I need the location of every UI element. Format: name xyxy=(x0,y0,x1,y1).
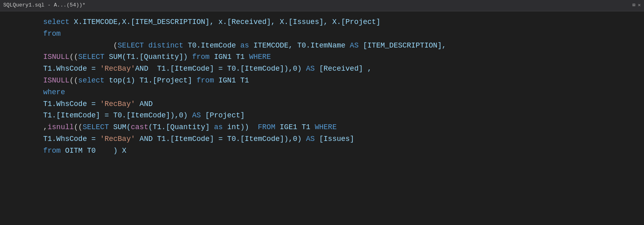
code-token xyxy=(144,41,148,50)
code-token: from xyxy=(43,147,60,155)
code-token: where xyxy=(43,88,65,96)
code-token xyxy=(8,30,43,38)
code-token: from xyxy=(43,30,60,38)
code-token: [Received] , xyxy=(315,65,371,73)
code-token: 'RecBay' xyxy=(100,65,135,73)
code-token xyxy=(8,53,43,61)
code-token: AS xyxy=(192,111,201,119)
code-line: T1.WhsCode = 'RecBay' AND T1.[ItemCode] … xyxy=(8,133,636,145)
code-token: [ITEM_DESCRIPTION], xyxy=(358,41,446,50)
code-token: AS xyxy=(306,65,315,73)
code-token: AND xyxy=(135,100,152,108)
code-token: WHERE xyxy=(315,123,337,131)
code-editor: select X.ITEMCODE,X.[ITEM_DESCRIPTION], … xyxy=(0,11,644,225)
code-token: , xyxy=(8,123,47,131)
code-token: T1.[ItemCode] = T0.[ItemCode]),0) xyxy=(43,111,192,119)
code-token: cast xyxy=(131,123,148,131)
close-icon[interactable]: ✕ xyxy=(638,2,641,9)
code-token: (( xyxy=(69,76,78,84)
code-line: T1.WhsCode = 'RecBay' AND xyxy=(8,98,636,110)
code-token: select xyxy=(78,76,105,84)
code-token xyxy=(8,65,43,73)
code-token: SUM( xyxy=(109,123,131,131)
code-token: T1.WhsCode = xyxy=(43,135,100,143)
code-token: ( xyxy=(8,41,118,50)
title-bar-text: SQLQuery1.sql - A...(54))* xyxy=(3,1,86,10)
code-line: (SELECT distinct T0.ItemCode as ITEMCODE… xyxy=(8,40,636,52)
code-line: ,isnull((SELECT SUM(cast(T1.[Quantity] a… xyxy=(8,121,636,133)
code-token: AND T1.[ItemCode] = T0.[ItemCode]),0) xyxy=(135,135,306,143)
code-token: ISNULL xyxy=(43,76,69,84)
code-token: select xyxy=(43,18,69,26)
code-token xyxy=(8,100,43,108)
code-token: ITEMCODE, T0.ItemName xyxy=(249,41,350,50)
code-token: 'RecBay' xyxy=(100,100,135,108)
code-token: as xyxy=(214,123,223,131)
code-token: (T1.[Quantity] xyxy=(148,123,214,131)
title-bar-icons: ⊞ ✕ xyxy=(633,2,641,9)
code-token: T0.ItemCode xyxy=(183,41,240,50)
code-line: ISNULL((select top(1) T1.[Project] from … xyxy=(8,75,636,87)
code-token xyxy=(8,147,43,155)
code-token: from xyxy=(197,76,214,84)
code-token: as xyxy=(240,41,249,50)
code-token: int)) xyxy=(223,123,258,131)
code-token: from xyxy=(192,53,210,61)
code-line: ISNULL((SELECT SUM(T1.[Quantity]) from I… xyxy=(8,51,636,63)
code-token: (( xyxy=(69,53,78,61)
code-token: SUM(T1.[Quantity]) xyxy=(105,53,192,61)
code-token: X.ITEMCODE,X.[ITEM_DESCRIPTION], x.[Rece… xyxy=(69,18,380,26)
code-token xyxy=(8,76,43,84)
code-token: SELECT xyxy=(78,53,105,61)
code-token: OITM T0 ) X xyxy=(61,147,127,155)
code-token: AND T1.[ItemCode] = T0.[ItemCode]),0) xyxy=(135,65,306,73)
code-token: T1.WhsCode = xyxy=(43,100,100,108)
code-token: T1.WhsCode = xyxy=(43,65,100,73)
code-line: T1.[ItemCode] = T0.[ItemCode]),0) AS [Pr… xyxy=(8,110,636,121)
code-line: select X.ITEMCODE,X.[ITEM_DESCRIPTION], … xyxy=(8,16,636,28)
code-token: 'RecBay' xyxy=(100,135,135,143)
code-token: IGE1 T1 xyxy=(275,123,315,131)
code-token: SELECT xyxy=(118,41,144,50)
code-token: WHERE xyxy=(249,53,271,61)
code-token: isnull xyxy=(47,123,74,131)
code-token: AS xyxy=(350,41,359,50)
code-line: from OITM T0 ) X xyxy=(8,145,636,157)
code-token: IGN1 T1 xyxy=(214,76,249,84)
code-token xyxy=(8,111,43,119)
code-token: [Issues] xyxy=(315,135,354,143)
code-token: ISNULL xyxy=(43,53,69,61)
title-bar: SQLQuery1.sql - A...(54))* ⊞ ✕ xyxy=(0,0,644,11)
code-token xyxy=(8,135,43,143)
code-token: top(1) T1.[Project] xyxy=(105,76,197,84)
code-token: SELECT xyxy=(83,123,109,131)
code-token: distinct xyxy=(148,41,183,50)
code-token: [Project] xyxy=(201,111,245,119)
code-line: from xyxy=(8,28,636,40)
code-token: (( xyxy=(74,123,83,131)
pin-icon[interactable]: ⊞ xyxy=(633,2,635,9)
code-token: FROM xyxy=(258,123,275,131)
code-token: AS xyxy=(306,135,315,143)
code-line: T1.WhsCode = 'RecBay'AND T1.[ItemCode] =… xyxy=(8,63,636,75)
code-token: IGN1 T1 xyxy=(210,53,249,61)
code-token xyxy=(8,18,43,26)
code-token xyxy=(8,88,43,96)
code-line: where xyxy=(8,87,636,98)
